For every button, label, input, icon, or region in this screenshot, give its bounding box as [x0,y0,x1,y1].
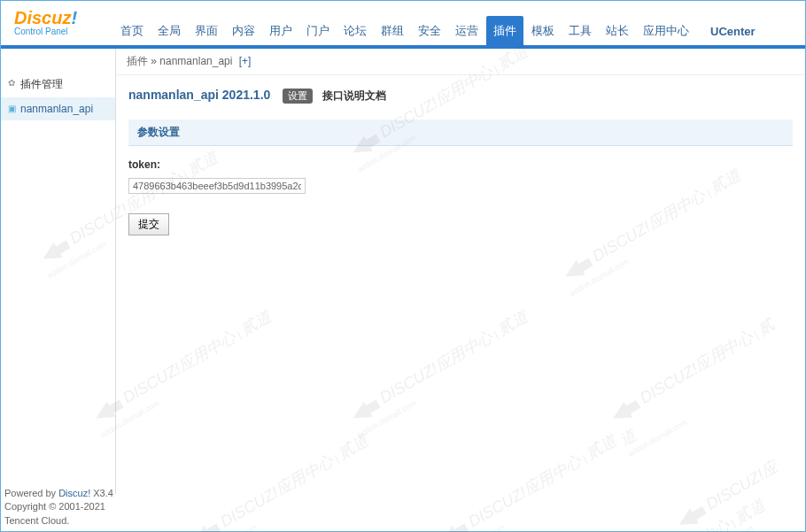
nav-interface[interactable]: 界面 [189,18,224,44]
nav-security[interactable]: 安全 [412,18,447,44]
header: Discuz! Control Panel 首页 全局 界面 内容 用户 门户 … [1,1,805,45]
nav-template[interactable]: 模板 [525,18,561,44]
token-input[interactable] [128,178,306,194]
nav-operation[interactable]: 运营 [449,18,484,44]
doc-icon: ▣ [8,104,17,112]
nav-home[interactable]: 首页 [114,18,150,44]
submit-button[interactable]: 提交 [128,213,169,235]
logo-text: Discuz! [14,8,77,27]
footer-discuz-link[interactable]: Discuz! [58,488,90,498]
config-button[interactable]: 设置 [283,89,313,104]
logo: Discuz! Control Panel [14,8,77,36]
gear-icon: ✿ [8,78,17,87]
token-label: token: [128,157,793,173]
doc-link[interactable]: 接口说明文档 [322,89,386,102]
sidebar-item-label: 插件管理 [20,78,63,90]
nav-tool[interactable]: 工具 [562,18,598,44]
nav-group[interactable]: 群组 [375,18,410,44]
breadcrumb-current: nanmanlan_api [159,55,232,67]
nav-forum[interactable]: 论坛 [337,18,373,44]
top-nav: 首页 全局 界面 内容 用户 门户 论坛 群组 安全 运营 插件 模板 工具 站… [114,17,805,45]
nav-webmaster[interactable]: 站长 [600,18,635,44]
logo-subtitle: Control Panel [14,27,77,36]
footer: Powered by Discuz! X3.4 Copyright © 2001… [4,487,113,528]
nav-portal[interactable]: 门户 [300,18,336,44]
sidebar-item-label: nanmanlan_api [20,103,93,115]
section-params: 参数设置 [128,120,793,146]
nav-appcenter[interactable]: 应用中心 [637,18,695,44]
nav-global[interactable]: 全局 [151,18,187,44]
breadcrumb-root[interactable]: 插件 [127,55,148,67]
main: 插件 » nanmanlan_api [+] nanmanlan_api 202… [116,49,805,494]
plugin-header: nanmanlan_api 2021.1.0 设置 接口说明文档 [128,88,793,104]
breadcrumb: 插件 » nanmanlan_api [+] [116,49,805,75]
nav-content[interactable]: 内容 [226,18,261,44]
plugin-title: nanmanlan_api 2021.1.0 [128,88,270,102]
nav-user[interactable]: 用户 [263,18,298,44]
sidebar-item-nanmanlan[interactable]: ▣ nanmanlan_api [1,97,115,120]
breadcrumb-expand[interactable]: [+] [239,55,252,67]
nav-ucenter[interactable]: UCenter [704,19,762,43]
sidebar: ✿ 插件管理 ▣ nanmanlan_api [1,49,116,494]
sidebar-item-plugin-manage[interactable]: ✿ 插件管理 [1,72,115,97]
nav-plugin[interactable]: 插件 [486,16,523,46]
